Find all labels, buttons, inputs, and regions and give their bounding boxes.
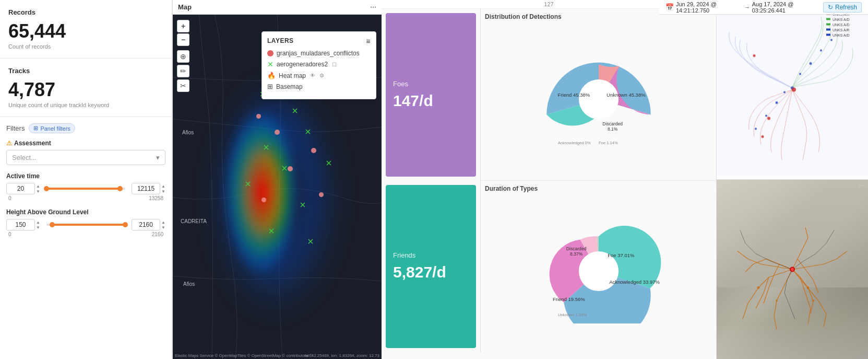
draw-button[interactable]: ✏ bbox=[177, 65, 189, 77]
svg-point-64 bbox=[776, 300, 778, 302]
svg-point-37 bbox=[799, 73, 801, 75]
date-end: Aug 17, 2024 @ 03:25:26.441 bbox=[752, 1, 819, 14]
date-range: 📅 Jun 29, 2024 @ 14:21:12.750 → Aug 17, … bbox=[665, 1, 819, 14]
date-arrow: → bbox=[744, 4, 750, 10]
active-time-max-up[interactable]: ▲ bbox=[161, 184, 165, 189]
layer-label: granjas_muladares_conflictos bbox=[277, 50, 360, 57]
svg-point-42 bbox=[830, 39, 833, 41]
range-thumb-right[interactable] bbox=[117, 186, 123, 191]
zoom-out-button[interactable]: − bbox=[177, 33, 189, 46]
foes-value: 147/d bbox=[393, 92, 469, 110]
svg-point-20 bbox=[578, 79, 618, 119]
svg-text:Discarded: Discarded bbox=[602, 121, 623, 126]
svg-rect-56 bbox=[826, 29, 830, 31]
svg-point-61 bbox=[791, 268, 794, 271]
map-label-afios2: Afios bbox=[183, 281, 195, 287]
refresh-icon: ↻ bbox=[828, 4, 833, 11]
scatter-viz: UNKS A/R UNKS A/R UNKS A/D UNKS A/D UNKS… bbox=[717, 0, 868, 179]
warning-icon: ⚠ bbox=[6, 140, 12, 147]
foes-stat-card: Foes 147/d bbox=[386, 13, 476, 177]
svg-text:Unknown 45.38%: Unknown 45.38% bbox=[607, 92, 646, 98]
layer-icon-heat: 🔥 bbox=[267, 72, 276, 79]
records-count: 65,444 bbox=[8, 20, 163, 42]
svg-text:UNKS A/D: UNKS A/D bbox=[833, 18, 850, 21]
active-time-filter: Active time 20 ▲ ▼ bbox=[6, 172, 165, 201]
satellite-map-thumb: ⋯ bbox=[717, 180, 868, 359]
svg-point-40 bbox=[765, 115, 767, 117]
svg-text:Friend 19.56%: Friend 19.56% bbox=[552, 296, 585, 302]
svg-text:Discarded: Discarded bbox=[566, 246, 586, 251]
svg-text:UNKS A/D: UNKS A/D bbox=[833, 23, 850, 27]
distribution-chart-section: Distribution of Detections bbox=[481, 9, 716, 181]
records-title: Records bbox=[8, 8, 163, 16]
refresh-button[interactable]: ↻ Refresh bbox=[823, 2, 862, 13]
height-max-up[interactable]: ▲ bbox=[161, 220, 165, 225]
foes-label: Foes bbox=[393, 80, 469, 88]
svg-rect-54 bbox=[826, 24, 830, 26]
measure-button[interactable]: ✂ bbox=[177, 79, 189, 92]
right-panel: ⋯ bbox=[717, 0, 868, 359]
svg-point-41 bbox=[783, 91, 786, 94]
svg-point-45 bbox=[767, 117, 770, 120]
layer-item-heatmap: 🔥 Heat map 👁 ⚙ bbox=[267, 72, 371, 79]
duration-chart-section: Duration of Types bbox=[481, 181, 716, 352]
svg-point-47 bbox=[753, 54, 756, 57]
svg-text:Unknown 1.09%: Unknown 1.09% bbox=[557, 312, 587, 317]
height-thumb-right[interactable] bbox=[123, 222, 128, 227]
height-min[interactable]: 150 bbox=[6, 219, 35, 230]
satellite-more-button[interactable]: ⋯ bbox=[859, 182, 865, 189]
layer-label: Heat map bbox=[279, 72, 306, 79]
layer-label: Basemap bbox=[276, 83, 303, 90]
active-time-min-up[interactable]: ▲ bbox=[36, 184, 40, 189]
svg-point-46 bbox=[762, 135, 764, 138]
height-filter: Height Above Ground Level 150 ▲ ▼ bbox=[6, 209, 165, 237]
panel-filters-icon: ⊞ bbox=[33, 125, 38, 132]
svg-point-39 bbox=[776, 101, 778, 104]
svg-text:Friend 45.38%: Friend 45.38% bbox=[557, 92, 590, 98]
records-sublabel: Count of records bbox=[8, 43, 163, 50]
layer-checkbox[interactable]: ☐ bbox=[332, 62, 337, 67]
friends-label: Friends bbox=[393, 251, 469, 259]
svg-text:UNKS A/R: UNKS A/R bbox=[833, 28, 850, 32]
tracks-sublabel: Unique count of unique trackId keyword bbox=[8, 102, 163, 108]
duration-title: Duration of Types bbox=[485, 185, 712, 192]
layer-item-granjas: granjas_muladares_conflictos bbox=[267, 50, 371, 57]
svg-text:Foe 37.01%: Foe 37.01% bbox=[608, 252, 635, 258]
active-time-min[interactable]: 20 bbox=[6, 183, 35, 194]
map-label-afios: Afios bbox=[182, 130, 194, 135]
layer-icon-basemap: ⊞ bbox=[267, 83, 273, 90]
svg-text:8.1%: 8.1% bbox=[607, 126, 617, 132]
map-options-icon[interactable]: ⋯ bbox=[370, 4, 376, 11]
layer-eye-icon[interactable]: 👁 bbox=[310, 73, 315, 78]
svg-text:Acknowledged 0%: Acknowledged 0% bbox=[557, 141, 590, 145]
locate-button[interactable]: ⊕ bbox=[177, 50, 189, 63]
left-panel: Records 65,444 Count of records Tracks 4… bbox=[0, 0, 172, 359]
friends-value: 5,827/d bbox=[393, 263, 469, 281]
panel-filters-button[interactable]: ⊞ Panel filters bbox=[29, 123, 75, 133]
active-time-max-down[interactable]: ▼ bbox=[161, 189, 165, 194]
layers-toggle-icon[interactable]: ≡ bbox=[366, 37, 371, 45]
records-section: Records 65,444 Count of records bbox=[0, 0, 172, 59]
active-time-min-down[interactable]: ▼ bbox=[36, 189, 40, 194]
filter-panel: Filters ⊞ Panel filters ⚠ Assessment Sel… bbox=[0, 117, 172, 359]
assessment-select[interactable]: Select... ▾ bbox=[6, 150, 165, 165]
map-attribution: lat: 42.25469, lon: 1.83264, zoom: 12.73 bbox=[305, 353, 379, 358]
svg-text:UNKS A/D: UNKS A/D bbox=[833, 33, 850, 37]
map-label-cadreita: CADREITA bbox=[181, 218, 207, 224]
svg-point-62 bbox=[757, 286, 760, 289]
satellite-tracks bbox=[717, 180, 868, 359]
zoom-in-button[interactable]: + bbox=[177, 20, 189, 32]
svg-point-36 bbox=[810, 62, 812, 65]
assessment-filter: ⚠ Assessment Select... ▾ bbox=[6, 140, 165, 165]
range-thumb-left[interactable] bbox=[44, 186, 49, 191]
active-time-max[interactable]: 12115 bbox=[132, 183, 160, 194]
height-min-up[interactable]: ▲ bbox=[36, 220, 40, 225]
calendar-icon: 📅 bbox=[665, 3, 674, 11]
duration-donut: Foe 37.01% Acknowledged 33.97% Friend 19… bbox=[536, 219, 661, 323]
layer-settings-icon[interactable]: ⚙ bbox=[319, 73, 324, 78]
height-min-down[interactable]: ▼ bbox=[36, 225, 40, 230]
map-title-label: Map bbox=[178, 3, 192, 11]
height-max[interactable]: 2160 bbox=[132, 219, 160, 230]
height-max-down[interactable]: ▼ bbox=[161, 225, 165, 230]
height-thumb-left[interactable] bbox=[50, 222, 55, 227]
